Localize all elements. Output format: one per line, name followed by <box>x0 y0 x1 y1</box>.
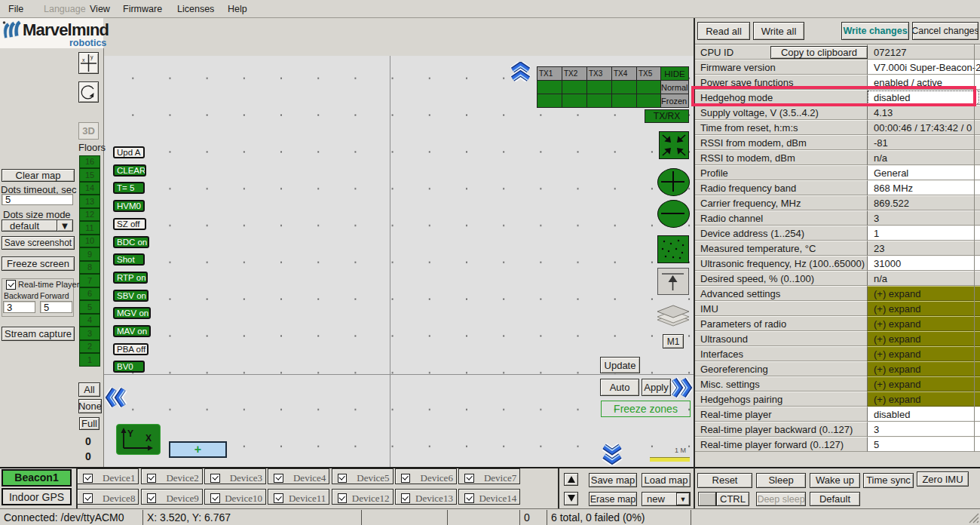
svg-text:x: x <box>82 57 85 63</box>
svg-text:X: X <box>145 433 152 444</box>
svg-text:y: y <box>90 54 93 60</box>
svg-text:Y: Y <box>127 428 133 439</box>
